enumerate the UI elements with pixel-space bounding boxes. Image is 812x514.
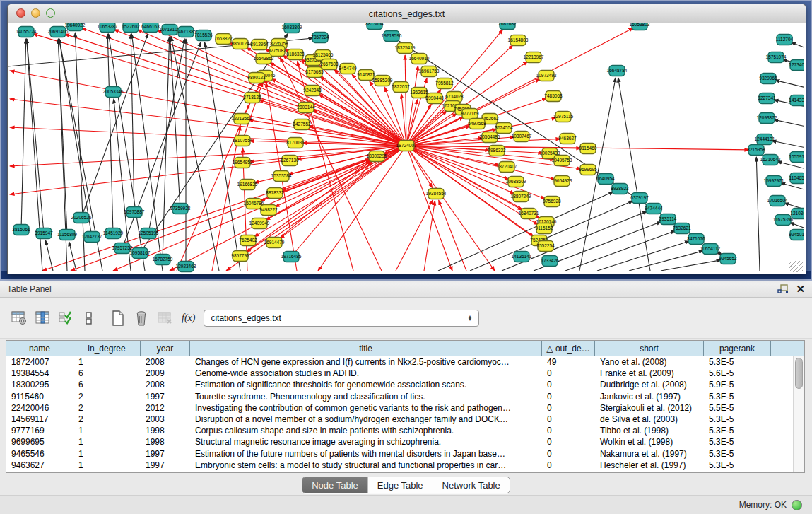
graph-edge[interactable] xyxy=(10,146,406,166)
graph-edge[interactable] xyxy=(424,201,435,271)
graph-node[interactable]: 16782759 xyxy=(153,255,173,265)
graph-node[interactable]: 3624554 xyxy=(495,123,513,134)
graph-node[interactable]: 19654953 xyxy=(233,158,253,168)
graph-node[interactable]: 8454749 xyxy=(339,64,357,74)
graph-node[interactable]: 10958167 xyxy=(130,248,151,259)
graph-edge[interactable] xyxy=(629,251,703,271)
scrollbar-thumb[interactable] xyxy=(795,358,803,389)
graph-node[interactable]: 16210643 xyxy=(760,155,781,165)
graph-node[interactable]: 11156809 xyxy=(57,230,77,240)
graph-edge[interactable] xyxy=(205,42,240,271)
table-row[interactable]: 946362711997Embryonic stem cells: a mode… xyxy=(6,460,804,471)
graph-node[interactable]: 15751074 xyxy=(766,52,787,63)
function-builder-button[interactable]: f(x) xyxy=(182,313,195,324)
graph-edge[interactable] xyxy=(775,80,804,88)
graph-node[interactable]: 16543862 xyxy=(254,54,274,64)
graph-node[interactable]: 16840731 xyxy=(519,209,539,219)
table-row[interactable]: 1456911722003Disruption of a novel membe… xyxy=(6,414,804,425)
graph-node[interactable]: 9227341 xyxy=(758,93,776,104)
graph-node[interactable]: 10807467 xyxy=(512,132,532,142)
graph-node[interactable]: 9245652 xyxy=(719,254,737,264)
graph-node[interactable]: 9860124 xyxy=(231,39,249,49)
graph-edge[interactable] xyxy=(774,119,804,127)
table-row[interactable]: 1830029562008Estimation of significance … xyxy=(6,379,804,390)
graph-node[interactable]: 12093872 xyxy=(757,113,777,124)
graph-edge[interactable] xyxy=(772,141,804,148)
graph-node[interactable]: 2935114 xyxy=(659,214,677,225)
import-table-button[interactable] xyxy=(55,307,76,329)
graph-node[interactable]: 16914479 xyxy=(264,238,285,248)
graph-edge[interactable] xyxy=(212,126,240,271)
graph-node[interactable]: 16053803 xyxy=(630,23,650,30)
column-header-title[interactable]: title xyxy=(190,341,542,356)
graph-node[interactable]: 11451929 xyxy=(103,228,124,239)
graph-edge[interactable] xyxy=(789,223,804,230)
column-header-short[interactable]: short xyxy=(595,341,704,356)
graph-node[interactable]: 14671385 xyxy=(176,27,196,37)
graph-node[interactable]: 8471676 xyxy=(687,234,705,245)
graph-node[interactable]: 1112704 xyxy=(776,35,794,45)
graph-node[interactable]: 12505195 xyxy=(139,228,159,239)
graph-node[interactable]: 6497568 xyxy=(468,119,486,129)
graph-edge[interactable] xyxy=(21,39,26,230)
graph-edge[interactable] xyxy=(69,242,76,271)
graph-node[interactable]: 8215958 xyxy=(747,145,765,156)
graph-node[interactable]: 18807249 xyxy=(511,192,531,202)
graph-node[interactable]: 8170031 xyxy=(286,138,305,148)
graph-node[interactable]: 9463627 xyxy=(558,134,577,144)
graph-node[interactable]: 9329966 xyxy=(759,74,777,84)
graph-node[interactable]: 3175685 xyxy=(305,67,324,78)
graph-node[interactable]: 3815061 xyxy=(12,225,30,235)
graph-node[interactable]: 1273401 xyxy=(789,60,804,71)
new-table-button[interactable] xyxy=(107,307,129,329)
graph-node[interactable]: 9777169 xyxy=(461,109,479,119)
column-header-name[interactable]: name xyxy=(6,341,73,356)
column-header-out_de[interactable]: △ out_de… xyxy=(542,341,595,356)
graph-node[interactable]: 8186328 xyxy=(286,49,305,60)
graph-node[interactable]: 8878332 xyxy=(266,188,284,199)
graph-node[interactable]: 6466163 xyxy=(141,23,160,33)
graph-node[interactable]: 7815526 xyxy=(194,30,213,41)
graph-edge[interactable] xyxy=(406,146,749,150)
graph-node[interactable]: 9474444 xyxy=(645,204,663,214)
graph-node[interactable]: 12409949 xyxy=(249,218,270,229)
resize-grip-icon[interactable] xyxy=(789,261,803,272)
graph-node[interactable]: 6379197 xyxy=(630,193,649,204)
table-row[interactable]: 969969511998Structural magnetic resonanc… xyxy=(6,436,804,448)
column-header-in_degree[interactable]: in_degree xyxy=(73,341,141,356)
float-panel-icon[interactable] xyxy=(777,284,789,294)
graph-node[interactable]: 16961758 xyxy=(419,66,440,77)
graph-node[interactable]: 1640954 xyxy=(596,174,615,185)
graph-edge[interactable] xyxy=(163,37,170,259)
graph-node[interactable]: 7663822 xyxy=(214,34,233,45)
column-header-year[interactable]: year xyxy=(141,341,190,356)
graph-node[interactable]: 8267130 xyxy=(281,156,299,166)
graph-node[interactable]: 9756928 xyxy=(543,197,561,207)
graph-node[interactable]: 9115460 xyxy=(579,144,597,154)
graph-node[interactable]: 16033809 xyxy=(282,23,302,33)
graph-node[interactable]: 14055724 xyxy=(16,27,37,37)
graph-node[interactable]: 8990448 xyxy=(425,93,444,104)
graph-node[interactable]: 12042737 xyxy=(82,232,102,243)
graph-edge[interactable] xyxy=(170,37,180,209)
close-window-icon[interactable] xyxy=(16,8,25,18)
delete-table-button[interactable] xyxy=(131,307,152,329)
network-view-window[interactable]: citations_edges.txt 18724007 8226058 891… xyxy=(7,4,806,274)
graph-node[interactable]: 12975115 xyxy=(553,112,574,122)
graph-node[interactable]: 18325419 xyxy=(395,43,416,54)
graph-node[interactable]: 8938923 xyxy=(611,184,629,194)
table-header-row[interactable]: namein_degreeyeartitle△ out_de…shortpage… xyxy=(6,341,804,356)
graph-node[interactable]: 7552254 xyxy=(536,241,555,252)
graph-edge[interactable] xyxy=(396,200,433,271)
graph-node[interactable]: 14136141 xyxy=(512,252,532,262)
graph-node[interactable]: 20564486 xyxy=(480,132,500,143)
table-vertical-scrollbar[interactable] xyxy=(793,356,804,472)
graph-edge[interactable] xyxy=(59,39,92,237)
graph-node[interactable]: 17359928 xyxy=(170,204,191,214)
graph-node[interactable]: 15885209 xyxy=(372,76,393,86)
tab-node-table[interactable]: Node Table xyxy=(302,477,368,493)
graph-node[interactable]: 1055912 xyxy=(789,152,804,163)
graph-node[interactable]: 9890123 xyxy=(247,73,266,83)
graph-node[interactable]: 2803144 xyxy=(297,103,315,113)
graph-node[interactable]: 9498222 xyxy=(259,205,278,216)
